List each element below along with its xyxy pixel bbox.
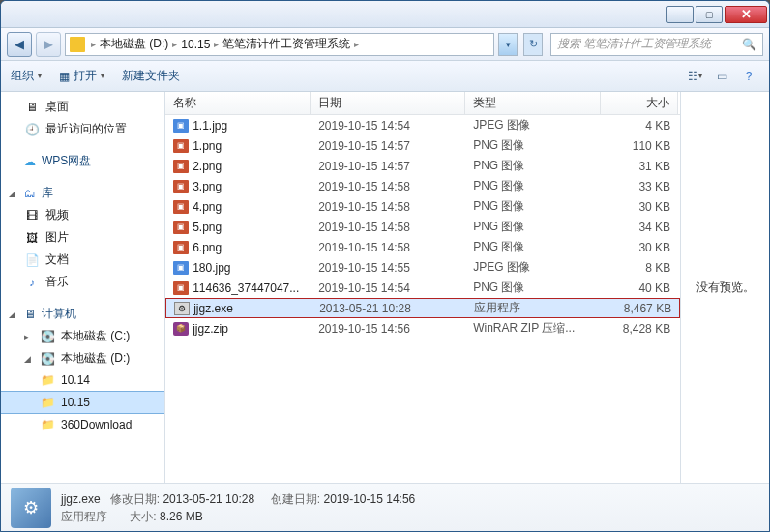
file-size: 8,467 KB bbox=[602, 302, 679, 315]
sidebar-item-folder[interactable]: 📁10.14 bbox=[1, 369, 164, 391]
organize-menu[interactable]: 组织▾ bbox=[11, 68, 42, 84]
desktop-icon: 🖥 bbox=[24, 100, 40, 115]
status-created-date: 2019-10-15 14:56 bbox=[324, 492, 416, 506]
chevron-down-icon: ▾ bbox=[38, 72, 42, 80]
file-row[interactable]: ▣4.png2019-10-15 14:58PNG 图像30 KB bbox=[165, 196, 680, 217]
sidebar[interactable]: 🖥桌面 🕘最近访问的位置 ☁WPS网盘 ◢🗂库 🎞视频 🖼图片 📄文档 ♪音乐 … bbox=[1, 92, 165, 483]
file-date: 2013-05-21 10:28 bbox=[311, 302, 466, 315]
file-date: 2019-10-15 14:58 bbox=[311, 200, 465, 214]
sidebar-item-folder-selected[interactable]: 📁10.15 bbox=[1, 391, 164, 414]
chevron-right-icon[interactable]: ▸ bbox=[170, 39, 179, 49]
sidebar-item-wps[interactable]: ☁WPS网盘 bbox=[1, 150, 164, 172]
sidebar-item-documents[interactable]: 📄文档 bbox=[1, 249, 164, 271]
close-button[interactable]: ✕ bbox=[725, 6, 767, 23]
file-name: jjgz.zip bbox=[192, 322, 228, 336]
file-size: 110 KB bbox=[601, 139, 678, 153]
file-icon: ▣ bbox=[173, 180, 189, 193]
history-dropdown[interactable]: ▾ bbox=[498, 33, 518, 56]
file-type: WinRAR ZIP 压缩... bbox=[465, 320, 601, 337]
preview-pane-button[interactable]: ▭ bbox=[711, 67, 732, 86]
file-row[interactable]: ▣6.png2019-10-15 14:58PNG 图像30 KB bbox=[165, 237, 680, 257]
file-size: 8,428 KB bbox=[601, 322, 678, 336]
file-type: PNG 图像 bbox=[465, 239, 601, 255]
breadcrumb-segment[interactable]: 笔笔清计件工资管理系统 bbox=[222, 36, 350, 52]
details-pane: ⚙ jjgz.exe 修改日期: 2013-05-21 10:28 创建日期: … bbox=[1, 483, 769, 531]
sidebar-item-folder[interactable]: 📁360Download bbox=[1, 414, 164, 435]
file-date: 2019-10-15 14:57 bbox=[311, 160, 465, 173]
maximize-button[interactable]: ▢ bbox=[696, 6, 723, 23]
file-type: PNG 图像 bbox=[465, 137, 601, 154]
sidebar-item-drive-c[interactable]: ▸💽本地磁盘 (C:) bbox=[1, 325, 164, 347]
file-size: 40 KB bbox=[601, 281, 678, 295]
file-row[interactable]: ▣1.png2019-10-15 14:57PNG 图像110 KB bbox=[165, 135, 680, 156]
file-row[interactable]: ▣2.png2019-10-15 14:57PNG 图像31 KB bbox=[165, 156, 680, 176]
sidebar-item-desktop[interactable]: 🖥桌面 bbox=[1, 96, 164, 118]
file-icon: ▣ bbox=[173, 281, 189, 295]
file-date: 2019-10-15 14:58 bbox=[311, 241, 465, 254]
picture-icon: 🖼 bbox=[24, 230, 40, 246]
chevron-right-icon[interactable]: ▸ bbox=[89, 39, 98, 49]
status-filename: jjgz.exe bbox=[61, 492, 101, 506]
file-type: PNG 图像 bbox=[465, 198, 601, 215]
file-row[interactable]: ▣1.1.jpg2019-10-15 14:54JPEG 图像4 KB bbox=[165, 115, 680, 135]
sidebar-item-pictures[interactable]: 🖼图片 bbox=[1, 226, 164, 249]
explorer-window: — ▢ ✕ ◀ ▶ ▸ 本地磁盘 (D:) ▸ 10.15 ▸ 笔笔清计件工资管… bbox=[0, 0, 770, 532]
cloud-icon: ☁ bbox=[22, 154, 38, 169]
column-name[interactable]: 名称 bbox=[165, 92, 311, 114]
breadcrumb-segment[interactable]: 10.15 bbox=[181, 38, 210, 51]
new-folder-button[interactable]: 新建文件夹 bbox=[122, 68, 180, 84]
column-headers: 名称 日期 类型 大小 bbox=[165, 92, 680, 115]
file-icon: ⚙ bbox=[174, 302, 190, 315]
file-type: PNG 图像 bbox=[465, 280, 601, 296]
file-row[interactable]: ▣114636_37447047...2019-10-15 14:54PNG 图… bbox=[165, 278, 680, 298]
view-options-button[interactable]: ☷ ▾ bbox=[684, 67, 705, 86]
computer-icon: 🖥 bbox=[22, 307, 38, 322]
file-type: PNG 图像 bbox=[465, 178, 601, 194]
drive-icon: 💽 bbox=[40, 329, 55, 344]
file-icon: ▣ bbox=[173, 139, 189, 153]
help-button[interactable]: ? bbox=[738, 67, 759, 86]
file-row[interactable]: ▣5.png2019-10-15 14:58PNG 图像34 KB bbox=[165, 217, 680, 237]
breadcrumb[interactable]: ▸ 本地磁盘 (D:) ▸ 10.15 ▸ 笔笔清计件工资管理系统 ▸ bbox=[65, 33, 494, 56]
file-date: 2019-10-15 14:55 bbox=[311, 261, 465, 275]
caret-icon: ▸ bbox=[24, 332, 34, 341]
refresh-button[interactable]: ↻ bbox=[523, 33, 543, 56]
breadcrumb-segment[interactable]: 本地磁盘 (D:) bbox=[100, 36, 168, 52]
chevron-right-icon[interactable]: ▸ bbox=[352, 39, 361, 49]
file-size: 30 KB bbox=[601, 200, 678, 214]
sidebar-item-music[interactable]: ♪音乐 bbox=[1, 271, 164, 293]
file-row[interactable]: ⚙jjgz.exe2013-05-21 10:28应用程序8,467 KB bbox=[165, 298, 680, 318]
open-button[interactable]: ▦ 打开▾ bbox=[59, 68, 104, 84]
file-date: 2019-10-15 14:58 bbox=[311, 180, 465, 193]
file-date: 2019-10-15 14:57 bbox=[311, 139, 465, 153]
folder-icon bbox=[70, 37, 85, 52]
file-name: 114636_37447047... bbox=[192, 281, 299, 295]
file-type: JPEG 图像 bbox=[465, 117, 601, 133]
column-date[interactable]: 日期 bbox=[311, 92, 465, 114]
file-row[interactable]: ▣180.jpg2019-10-15 14:55JPEG 图像8 KB bbox=[165, 257, 680, 278]
file-row[interactable]: ▣3.png2019-10-15 14:58PNG 图像33 KB bbox=[165, 176, 680, 196]
column-type[interactable]: 类型 bbox=[465, 92, 601, 114]
back-button[interactable]: ◀ bbox=[7, 32, 32, 57]
chevron-right-icon[interactable]: ▸ bbox=[212, 39, 221, 49]
column-size[interactable]: 大小 bbox=[601, 92, 678, 114]
search-input[interactable]: 搜索 笔笔清计件工资管理系统 🔍 bbox=[550, 33, 763, 56]
preview-message: 没有预览。 bbox=[696, 280, 755, 296]
file-row[interactable]: 📦jjgz.zip2019-10-15 14:56WinRAR ZIP 压缩..… bbox=[165, 318, 680, 339]
file-list[interactable]: ▣1.1.jpg2019-10-15 14:54JPEG 图像4 KB▣1.pn… bbox=[165, 115, 680, 483]
forward-button[interactable]: ▶ bbox=[36, 32, 61, 57]
minimize-button[interactable]: — bbox=[666, 6, 694, 23]
file-size: 34 KB bbox=[601, 221, 678, 234]
open-icon: ▦ bbox=[59, 70, 70, 83]
sidebar-item-videos[interactable]: 🎞视频 bbox=[1, 204, 164, 226]
status-modified-label: 修改日期: bbox=[110, 492, 160, 506]
sidebar-item-libraries[interactable]: ◢🗂库 bbox=[1, 182, 164, 204]
sidebar-item-recent[interactable]: 🕘最近访问的位置 bbox=[1, 118, 164, 140]
sidebar-item-computer[interactable]: ◢🖥计算机 bbox=[1, 303, 164, 325]
file-icon: ▣ bbox=[173, 261, 189, 275]
sidebar-item-drive-d[interactable]: ◢💽本地磁盘 (D:) bbox=[1, 347, 164, 369]
file-view: 名称 日期 类型 大小 ▣1.1.jpg2019-10-15 14:54JPEG… bbox=[165, 92, 680, 483]
folder-icon: 📁 bbox=[40, 417, 55, 432]
file-size: 8 KB bbox=[601, 261, 678, 275]
search-icon[interactable]: 🔍 bbox=[742, 38, 756, 51]
